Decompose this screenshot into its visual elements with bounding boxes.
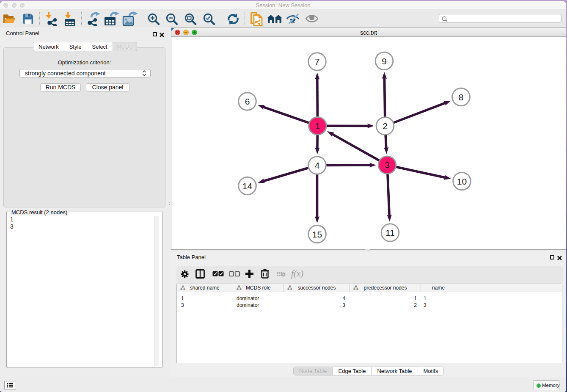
svg-text:15: 15 [312, 229, 322, 239]
svg-text:9: 9 [382, 56, 387, 66]
svg-text:6: 6 [245, 97, 250, 106]
svg-text:14: 14 [242, 181, 253, 191]
svg-text:7: 7 [315, 57, 320, 66]
svg-text:4: 4 [315, 160, 320, 170]
svg-text:10: 10 [457, 177, 467, 186]
svg-text:2: 2 [383, 121, 388, 131]
svg-text:3: 3 [385, 160, 390, 170]
svg-text:11: 11 [385, 228, 395, 237]
svg-text:1: 1 [315, 121, 320, 131]
svg-text:8: 8 [459, 92, 464, 102]
